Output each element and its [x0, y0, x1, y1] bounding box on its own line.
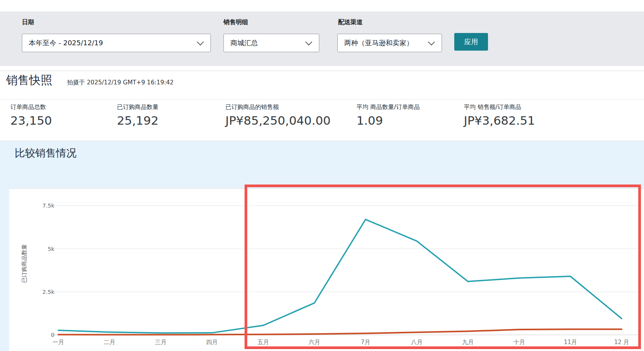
x-tick-label: 十月 [513, 339, 525, 346]
snapshot-title: 销售快照 [6, 73, 52, 88]
sales-detail-select-value: 商城汇总 [224, 38, 302, 48]
date-filter-label: 日期 [22, 18, 34, 26]
date-select[interactable]: 本年至今 - 2025/12/19 [22, 34, 211, 52]
x-tick-label: 7月 [361, 339, 370, 346]
stat-label: 已订购商品数量 [117, 103, 159, 111]
stat-label: 订单商品总数 [10, 103, 52, 111]
fulfillment-select-value: 两种（亚马逊和卖家） [338, 38, 424, 48]
fulfillment-filter-label: 配送渠道 [338, 18, 363, 26]
sales-detail-select[interactable]: 商城汇总 [223, 34, 319, 52]
x-tick-label: 六月 [309, 339, 320, 346]
stat-value: 1.09 [356, 114, 420, 127]
chevron-down-icon [428, 38, 435, 45]
stat-ordered-product-sales: 已订购商品的销售额 JP¥85,250,040.00 [225, 103, 330, 127]
stat-value: 25,192 [117, 114, 159, 127]
y-axis-title: 已订购商品数量 [21, 244, 27, 283]
stat-avg-units-per-order: 平均 商品数量/订单商品 1.09 [356, 103, 420, 127]
sales-line-chart[interactable]: 02.5k5k7.5k已订购商品数量一月二月三月四月五月六月7月八月九月十月11… [9, 189, 644, 351]
sales-chart-card: 02.5k5k7.5k已订购商品数量一月二月三月四月五月六月7月八月九月十月11… [9, 188, 644, 351]
y-tick-label: 0 [51, 332, 54, 338]
sales-snapshot-section: 销售快照 拍摄于 2025/12/19 GMT+9 16:19:42 订单商品总… [0, 71, 644, 140]
compare-sales-section: 比较销售情况 02.5k5k7.5k已订购商品数量一月二月三月四月五月六月7月八… [0, 141, 644, 351]
stat-units-ordered: 已订购商品数量 25,192 [117, 103, 159, 127]
sales-detail-filter-label: 销售明细 [223, 18, 248, 26]
fulfillment-select[interactable]: 两种（亚马逊和卖家） [337, 34, 442, 52]
stat-label: 平均 商品数量/订单商品 [356, 103, 420, 111]
chevron-down-icon [197, 38, 204, 45]
x-tick-label: 二月 [104, 339, 115, 346]
x-tick-label: 九月 [462, 339, 474, 346]
x-tick-label: 五月 [257, 339, 269, 346]
stat-total-order-items: 订单商品总数 23,150 [10, 103, 52, 127]
stat-label: 平均 销售额/订单商品 [464, 103, 535, 111]
snapshot-header: 销售快照 拍摄于 2025/12/19 GMT+9 16:19:42 [0, 71, 644, 99]
stat-value: JP¥3,682.51 [464, 114, 535, 127]
compare-sales-title: 比较销售情况 [15, 146, 77, 160]
snapshot-timestamp: 拍摄于 2025/12/19 GMT+9 16:19:42 [67, 79, 174, 87]
comparison-line [58, 329, 622, 335]
chevron-down-icon [305, 38, 312, 45]
apply-button[interactable]: 应用 [454, 33, 488, 51]
y-tick-label: 7.5k [43, 203, 55, 209]
stat-value: 23,150 [10, 114, 52, 127]
x-tick-label: 一月 [53, 339, 64, 346]
filter-bar: 日期 本年至今 - 2025/12/19 销售明细 商城汇总 配送渠道 两种（亚… [0, 12, 644, 66]
y-tick-label: 2.5k [43, 289, 55, 295]
ordered-units-line [58, 219, 622, 333]
x-tick-label: 11月 [564, 339, 577, 346]
x-tick-label: 12 月 [614, 339, 629, 346]
date-select-value: 本年至今 - 2025/12/19 [22, 38, 193, 48]
stat-avg-sales-per-order: 平均 销售额/订单商品 JP¥3,682.51 [464, 103, 535, 127]
y-tick-label: 5k [48, 246, 54, 252]
x-tick-label: 三月 [155, 339, 166, 346]
divider [0, 99, 644, 100]
x-tick-label: 八月 [411, 339, 422, 346]
x-tick-label: 四月 [206, 339, 218, 346]
stat-value: JP¥85,250,040.00 [225, 114, 330, 127]
stat-label: 已订购商品的销售额 [225, 103, 330, 111]
